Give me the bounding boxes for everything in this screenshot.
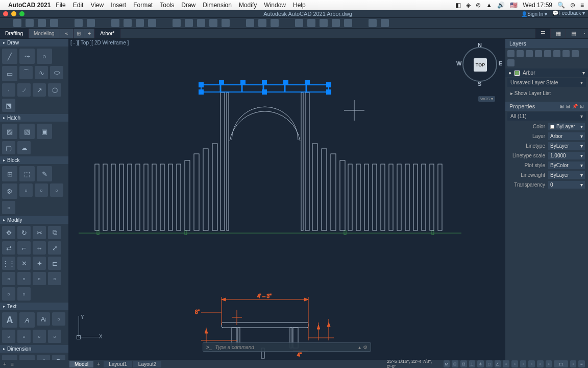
viewcube[interactable]: TOP N S E W <box>459 44 500 85</box>
blockedit-icon[interactable] <box>222 19 230 27</box>
section-dimension[interactable]: Dimension <box>0 345 68 353</box>
trim-tool[interactable]: ✂ <box>33 226 46 239</box>
osnap-toggle[interactable]: □ <box>486 360 493 367</box>
wipeout-tool[interactable]: ▢ <box>2 141 15 154</box>
command-dropdown-icon[interactable]: ▴ <box>358 344 361 350</box>
status-toggle[interactable]: ▫ <box>520 360 527 367</box>
property-value[interactable]: 1.0000 ▾ <box>548 152 585 159</box>
ray-tool[interactable]: ↗ <box>33 83 46 97</box>
property-value[interactable]: ByLayer ▾ <box>548 142 585 150</box>
section-hatch[interactable]: Hatch <box>0 114 68 122</box>
zoom-icon[interactable] <box>246 19 254 27</box>
menu-tools[interactable]: Tools <box>160 2 174 9</box>
new-tab-button[interactable]: + <box>84 29 95 38</box>
properties-panel-tab[interactable]: ▤ <box>566 29 581 38</box>
block-attr-tool[interactable]: ⚙ <box>2 183 17 199</box>
viewport-controls[interactable]: [ - ][ Top ][ 2D Wireframe ] <box>70 40 129 45</box>
workspace-tab-collapse[interactable]: « <box>60 29 74 38</box>
polygon-tool[interactable]: ⬡ <box>48 83 61 97</box>
current-layer-row[interactable]: ● Arbor ▾ <box>505 68 588 77</box>
plot-icon[interactable] <box>124 19 132 27</box>
wifi-icon[interactable]: ⊚ <box>476 2 481 9</box>
linear-dim-tool[interactable]: ⊢ <box>2 355 17 360</box>
add-icon[interactable]: + <box>3 361 6 367</box>
ortho-toggle[interactable]: ⊥ <box>469 360 476 367</box>
layers-panel-tab[interactable]: ☰ <box>535 29 550 38</box>
matchprop-icon[interactable] <box>209 19 217 27</box>
text-tool[interactable]: ▫ <box>2 330 15 343</box>
text-tool[interactable]: ▫ <box>17 330 31 343</box>
pan-icon[interactable] <box>258 19 266 27</box>
modify-tool[interactable]: ▫ <box>17 287 31 301</box>
block-tool[interactable]: ▫ <box>35 183 48 197</box>
mtext-tool[interactable]: A <box>2 312 17 328</box>
revcloud-tool[interactable]: ☁ <box>17 141 31 154</box>
maximize-window-button[interactable] <box>19 11 24 16</box>
control-center-icon[interactable]: ⊜ <box>570 2 575 9</box>
property-value[interactable]: Arbor ▾ <box>548 132 585 140</box>
status-icon[interactable]: ▲ <box>486 2 492 9</box>
block-tool[interactable]: ▫ <box>50 183 63 197</box>
polyline-tool[interactable]: ⤳ <box>19 49 35 64</box>
tool-icon[interactable] <box>369 19 377 27</box>
command-line[interactable]: >_ Type a command ▴ ⚙ <box>203 342 371 352</box>
menu-modify[interactable]: Modify <box>239 2 257 9</box>
drawing-canvas[interactable]: [ - ][ Top ][ 2D Wireframe ] <box>68 39 505 360</box>
otrack-toggle[interactable]: ∠ <box>495 360 501 367</box>
status-toggle[interactable]: ▫ <box>511 360 518 367</box>
print-icon[interactable] <box>111 19 119 27</box>
stretch-tool[interactable]: ↔ <box>33 241 46 255</box>
customize-icon[interactable]: ≡ <box>578 360 585 367</box>
file-tab[interactable]: Arbor* <box>95 29 120 38</box>
viewcube-south[interactable]: S <box>478 81 481 87</box>
layer-color-swatch[interactable] <box>514 71 520 76</box>
menu-edit[interactable]: Edit <box>73 2 84 9</box>
text-tool[interactable]: ▫ <box>52 312 65 326</box>
section-text[interactable]: Text <box>0 303 68 310</box>
line-tool[interactable]: ╱ <box>2 49 17 64</box>
text-tool[interactable]: ▫ <box>48 330 61 343</box>
menu-window[interactable]: Window <box>264 2 286 9</box>
modify-tool[interactable]: ▫ <box>33 272 46 285</box>
layout-tab-1[interactable]: Layout1 <box>104 361 132 367</box>
wcs-dropdown[interactable]: WCS ▾ <box>478 96 495 102</box>
layout-tab-2[interactable]: Layout2 <box>133 361 162 367</box>
text-tool[interactable]: ▫ <box>33 330 46 343</box>
insert-block-tool[interactable]: ⊞ <box>2 166 17 181</box>
tool-icon[interactable] <box>320 19 328 27</box>
menu-format[interactable]: Format <box>133 2 153 9</box>
tool-icon[interactable] <box>295 19 303 27</box>
tool-icon[interactable] <box>344 19 352 27</box>
menu-icon[interactable]: ≡ <box>580 2 584 9</box>
status-icon[interactable]: ◈ <box>466 2 471 9</box>
section-block[interactable]: Block <box>0 156 68 164</box>
props-icon[interactable]: ⊞ <box>560 104 564 109</box>
menu-draw[interactable]: Draw <box>181 2 195 9</box>
edit-block-tool[interactable]: ✎ <box>37 166 52 181</box>
list-icon[interactable]: ≡ <box>10 361 13 367</box>
workspace-tab-drafting[interactable]: Drafting <box>0 29 29 38</box>
property-value[interactable]: ByLayer ▾ <box>548 123 585 130</box>
menu-view[interactable]: View <box>90 2 104 9</box>
region-tool[interactable]: ⬔ <box>2 99 15 112</box>
text-style-tool[interactable]: Aᵢ <box>37 312 50 326</box>
spline-tool[interactable]: ∿ <box>35 66 48 79</box>
layer-tool-icon[interactable] <box>526 50 533 57</box>
block-tool[interactable]: ▫ <box>19 183 33 197</box>
property-value[interactable]: ByLayer ▾ <box>548 171 585 179</box>
layer-tool-icon[interactable] <box>572 50 579 57</box>
save-icon[interactable] <box>38 19 46 27</box>
rotate-tool[interactable]: ↻ <box>17 226 31 239</box>
boundary-tool[interactable]: ▣ <box>37 124 52 139</box>
scale-tool[interactable]: ⤢ <box>48 241 61 255</box>
angular-dim-tool[interactable]: ∠ <box>37 355 50 360</box>
viewcube-east[interactable]: E <box>499 60 502 66</box>
grid-toggle[interactable]: ⊞ <box>452 360 458 367</box>
undo-icon[interactable] <box>75 19 83 27</box>
add-layout-button[interactable]: + <box>94 360 103 367</box>
property-value[interactable]: ByColor ▾ <box>548 162 585 169</box>
move-tool[interactable]: ✥ <box>2 226 15 239</box>
layer-tool-icon[interactable] <box>517 50 524 57</box>
tab-grid-icon[interactable]: ⊞ <box>74 29 84 38</box>
render-icon[interactable] <box>148 19 156 27</box>
